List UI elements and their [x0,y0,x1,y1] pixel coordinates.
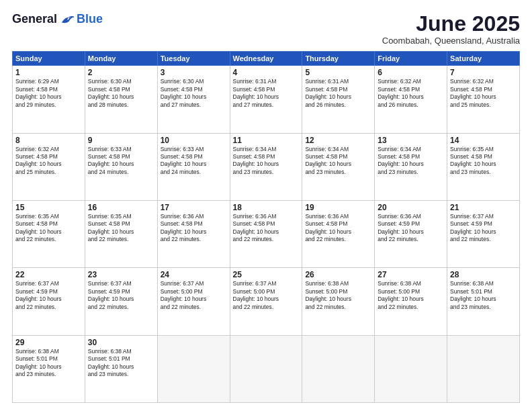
calendar-week-4: 22Sunrise: 6:37 AM Sunset: 4:59 PM Dayli… [13,268,520,335]
table-row: 22Sunrise: 6:37 AM Sunset: 4:59 PM Dayli… [13,268,85,335]
col-wednesday: Wednesday [230,52,302,66]
day-number: 10 [161,136,227,145]
cell-text: Sunrise: 6:29 AM Sunset: 4:58 PM Dayligh… [15,78,82,109]
cell-text: Sunrise: 6:37 AM Sunset: 4:59 PM Dayligh… [88,280,154,311]
cell-text: Sunrise: 6:30 AM Sunset: 4:58 PM Dayligh… [161,78,227,109]
day-number: 17 [161,203,227,212]
cell-text: Sunrise: 6:34 AM Sunset: 4:58 PM Dayligh… [305,146,371,177]
location: Coombabah, Queensland, Australia [382,36,520,46]
cell-text: Sunrise: 6:35 AM Sunset: 4:58 PM Dayligh… [450,146,517,177]
cell-text: Sunrise: 6:32 AM Sunset: 4:58 PM Dayligh… [15,146,82,177]
day-number: 23 [88,270,154,279]
day-number: 27 [378,270,444,279]
cell-text: Sunrise: 6:38 AM Sunset: 5:00 PM Dayligh… [305,280,371,311]
table-row [157,335,230,402]
cell-text: Sunrise: 6:32 AM Sunset: 4:58 PM Dayligh… [378,78,444,109]
day-number: 29 [15,338,82,347]
logo-bird-icon [60,13,75,26]
table-row: 26Sunrise: 6:38 AM Sunset: 5:00 PM Dayli… [302,268,375,335]
table-row: 23Sunrise: 6:37 AM Sunset: 4:59 PM Dayli… [85,268,157,335]
cell-text: Sunrise: 6:34 AM Sunset: 4:58 PM Dayligh… [378,146,444,177]
cell-text: Sunrise: 6:35 AM Sunset: 4:58 PM Dayligh… [15,213,82,244]
cell-text: Sunrise: 6:38 AM Sunset: 5:00 PM Dayligh… [378,280,444,311]
col-friday: Friday [375,52,447,66]
col-saturday: Saturday [447,52,520,66]
day-number: 12 [305,136,371,145]
table-row: 4Sunrise: 6:31 AM Sunset: 4:58 PM Daylig… [230,66,302,133]
logo-blue-text: Blue [77,12,103,26]
day-number: 21 [450,203,517,212]
cell-text: Sunrise: 6:37 AM Sunset: 5:00 PM Dayligh… [161,280,227,311]
calendar-week-3: 15Sunrise: 6:35 AM Sunset: 4:58 PM Dayli… [13,200,520,267]
table-row: 28Sunrise: 6:38 AM Sunset: 5:01 PM Dayli… [447,268,520,335]
table-row: 8Sunrise: 6:32 AM Sunset: 4:58 PM Daylig… [13,133,85,200]
table-row: 3Sunrise: 6:30 AM Sunset: 4:58 PM Daylig… [157,66,230,133]
day-number: 9 [88,136,154,145]
day-number: 24 [161,270,227,279]
table-row: 20Sunrise: 6:36 AM Sunset: 4:59 PM Dayli… [375,200,447,267]
cell-text: Sunrise: 6:36 AM Sunset: 4:58 PM Dayligh… [305,213,371,244]
col-tuesday: Tuesday [157,52,230,66]
day-number: 7 [450,68,517,77]
table-row [375,335,447,402]
logo: General Blue [12,12,103,26]
cell-text: Sunrise: 6:33 AM Sunset: 4:58 PM Dayligh… [161,146,227,177]
day-number: 2 [88,68,154,77]
day-number: 18 [233,203,300,212]
day-number: 8 [15,136,82,145]
cell-text: Sunrise: 6:35 AM Sunset: 4:58 PM Dayligh… [88,213,154,244]
day-number: 19 [305,203,371,212]
table-row: 21Sunrise: 6:37 AM Sunset: 4:59 PM Dayli… [447,200,520,267]
day-number: 28 [450,270,517,279]
table-row: 9Sunrise: 6:33 AM Sunset: 4:58 PM Daylig… [85,133,157,200]
table-row: 1Sunrise: 6:29 AM Sunset: 4:58 PM Daylig… [13,66,85,133]
cell-text: Sunrise: 6:31 AM Sunset: 4:58 PM Dayligh… [233,78,300,109]
table-row: 19Sunrise: 6:36 AM Sunset: 4:58 PM Dayli… [302,200,375,267]
table-row: 14Sunrise: 6:35 AM Sunset: 4:58 PM Dayli… [447,133,520,200]
col-monday: Monday [85,52,157,66]
day-number: 16 [88,203,154,212]
day-number: 13 [378,136,444,145]
cell-text: Sunrise: 6:32 AM Sunset: 4:58 PM Dayligh… [450,78,517,109]
day-number: 3 [161,68,227,77]
page-header: General Blue June 2025 Coombabah, Queens… [12,12,520,46]
cell-text: Sunrise: 6:38 AM Sunset: 5:01 PM Dayligh… [88,348,154,379]
table-row: 25Sunrise: 6:37 AM Sunset: 5:00 PM Dayli… [230,268,302,335]
cell-text: Sunrise: 6:37 AM Sunset: 4:59 PM Dayligh… [450,213,517,244]
col-sunday: Sunday [13,52,85,66]
day-number: 15 [15,203,82,212]
calendar-week-5: 29Sunrise: 6:38 AM Sunset: 5:01 PM Dayli… [13,335,520,402]
day-number: 4 [233,68,300,77]
table-row: 13Sunrise: 6:34 AM Sunset: 4:58 PM Dayli… [375,133,447,200]
cell-text: Sunrise: 6:30 AM Sunset: 4:58 PM Dayligh… [88,78,154,109]
cell-text: Sunrise: 6:36 AM Sunset: 4:58 PM Dayligh… [161,213,227,244]
table-row: 12Sunrise: 6:34 AM Sunset: 4:58 PM Dayli… [302,133,375,200]
calendar-header-row: Sunday Monday Tuesday Wednesday Thursday… [13,52,520,66]
table-row: 16Sunrise: 6:35 AM Sunset: 4:58 PM Dayli… [85,200,157,267]
day-number: 5 [305,68,371,77]
day-number: 25 [233,270,300,279]
table-row: 7Sunrise: 6:32 AM Sunset: 4:58 PM Daylig… [447,66,520,133]
table-row: 11Sunrise: 6:34 AM Sunset: 4:58 PM Dayli… [230,133,302,200]
day-number: 11 [233,136,300,145]
cell-text: Sunrise: 6:37 AM Sunset: 4:59 PM Dayligh… [15,280,82,311]
cell-text: Sunrise: 6:36 AM Sunset: 4:58 PM Dayligh… [233,213,300,244]
calendar-table: Sunday Monday Tuesday Wednesday Thursday… [12,51,520,403]
calendar-week-2: 8Sunrise: 6:32 AM Sunset: 4:58 PM Daylig… [13,133,520,200]
table-row [230,335,302,402]
table-row: 17Sunrise: 6:36 AM Sunset: 4:58 PM Dayli… [157,200,230,267]
day-number: 6 [378,68,444,77]
table-row [302,335,375,402]
table-row: 18Sunrise: 6:36 AM Sunset: 4:58 PM Dayli… [230,200,302,267]
table-row: 27Sunrise: 6:38 AM Sunset: 5:00 PM Dayli… [375,268,447,335]
table-row: 29Sunrise: 6:38 AM Sunset: 5:01 PM Dayli… [13,335,85,402]
cell-text: Sunrise: 6:31 AM Sunset: 4:58 PM Dayligh… [305,78,371,109]
table-row: 15Sunrise: 6:35 AM Sunset: 4:58 PM Dayli… [13,200,85,267]
table-row: 5Sunrise: 6:31 AM Sunset: 4:58 PM Daylig… [302,66,375,133]
cell-text: Sunrise: 6:37 AM Sunset: 5:00 PM Dayligh… [233,280,300,311]
col-thursday: Thursday [302,52,375,66]
cell-text: Sunrise: 6:36 AM Sunset: 4:59 PM Dayligh… [378,213,444,244]
cell-text: Sunrise: 6:33 AM Sunset: 4:58 PM Dayligh… [88,146,154,177]
day-number: 26 [305,270,371,279]
cell-text: Sunrise: 6:38 AM Sunset: 5:01 PM Dayligh… [450,280,517,311]
